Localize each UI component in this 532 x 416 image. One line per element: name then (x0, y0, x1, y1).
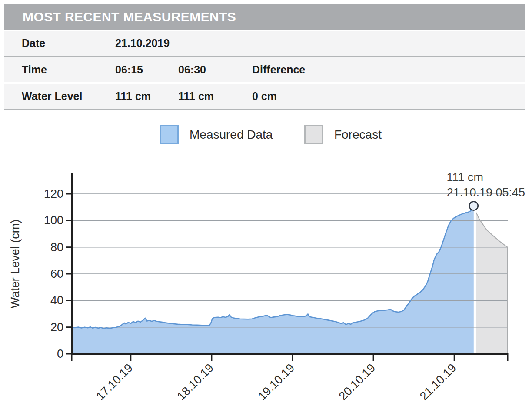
time-2: 06:30 (178, 63, 252, 76)
chart-legend: Measured Data Forecast (0, 125, 532, 144)
y-tick-label: 20 (50, 321, 63, 334)
forecast-swatch-icon (304, 125, 323, 144)
y-tick-label: 40 (50, 294, 63, 307)
y-tick-label: 0 (57, 347, 63, 360)
water-level-difference: 0 cm (252, 90, 525, 103)
y-tick-label: 100 (44, 214, 63, 227)
annotation-value: 111 cm (446, 171, 483, 184)
row-label: Time (22, 63, 115, 76)
panel-title: MOST RECENT MEASUREMENTS (23, 10, 236, 24)
measured-area (72, 206, 474, 354)
x-tick-label: 17.10.19 (94, 361, 136, 403)
divider (4, 109, 525, 110)
y-axis-title: Water Level (cm) (9, 220, 22, 309)
water-level-chart: 02040608010012017.10.1918.10.1919.10.192… (0, 165, 532, 416)
measurements-panel: MOST RECENT MEASUREMENTS Date 21.10.2019… (4, 4, 525, 110)
row-label: Water Level (22, 90, 115, 103)
peak-marker (469, 202, 478, 210)
annotation-time: 21.10.19 05:45 (447, 186, 525, 199)
x-tick-label: 20.10.19 (336, 361, 378, 403)
water-level-1: 111 cm (115, 90, 178, 103)
y-tick-label: 60 (50, 267, 63, 280)
time-1: 06:15 (115, 63, 178, 76)
y-tick-label: 80 (50, 241, 63, 254)
table-row-date: Date 21.10.2019 (4, 31, 525, 56)
date-value: 21.10.2019 (115, 37, 178, 50)
table-row-time: Time 06:15 06:30 Difference (4, 57, 525, 82)
forecast-area (476, 213, 508, 354)
legend-item-forecast: Forecast (304, 125, 382, 144)
panel-header: MOST RECENT MEASUREMENTS (4, 4, 525, 30)
legend-label: Measured Data (190, 128, 273, 142)
y-tick-label: 120 (44, 187, 63, 200)
legend-item-measured: Measured Data (160, 125, 273, 144)
x-tick-label: 18.10.19 (175, 361, 216, 403)
table-row-water-level: Water Level 111 cm 111 cm 0 cm (4, 84, 525, 109)
x-tick-label: 21.10.19 (417, 361, 459, 403)
measured-swatch-icon (160, 125, 179, 144)
x-tick-label: 19.10.19 (256, 361, 297, 403)
difference-header: Difference (252, 63, 525, 76)
legend-label: Forecast (334, 128, 382, 142)
water-level-2: 111 cm (178, 90, 252, 103)
row-label: Date (22, 37, 115, 50)
